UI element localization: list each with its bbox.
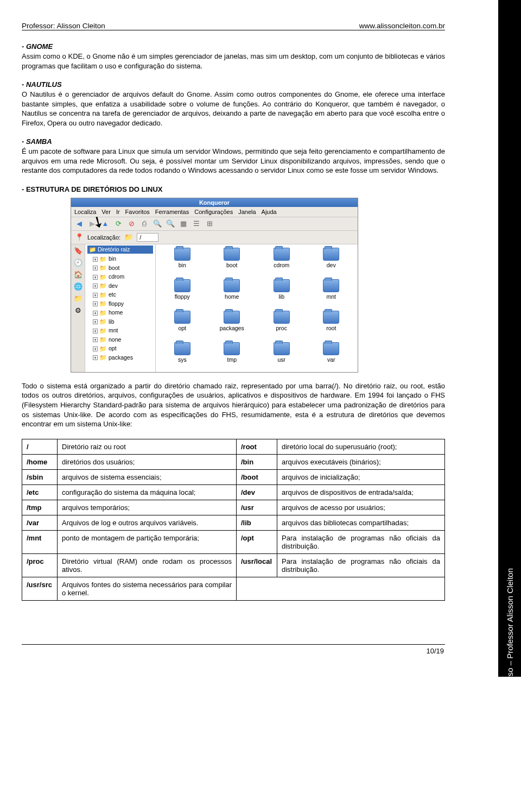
folder-icon	[274, 311, 290, 324]
menu-item[interactable]: Ajuda	[262, 209, 277, 215]
table-cell: /var	[22, 515, 58, 530]
table-cell: /sbin	[22, 469, 58, 484]
table-cell: /mnt	[22, 530, 58, 553]
folder-item[interactable]: dev	[307, 248, 356, 278]
table-cell: ponto de montagem de partição temporária…	[58, 530, 237, 553]
tree-item[interactable]: +📁etc	[87, 291, 153, 300]
tree-item[interactable]: +📁packages	[87, 353, 153, 362]
konqueror-locationbar: 📍 Localização: 📁 /	[71, 231, 358, 244]
location-label: Localização:	[87, 234, 120, 241]
table-cell: arquivos de inicialização;	[277, 469, 445, 484]
table-row: /sbinarquivos de sistema essenciais;/boo…	[22, 469, 445, 484]
location-icon: 📍	[74, 232, 84, 242]
konqueror-toolbar: ➘ ◀ ▶ ▲ ⟳ ⊘ ⎙ 🔍 🔍 ▦ ☰ ⊞	[71, 217, 358, 231]
table-cell: Para instalação de programas não oficiai…	[277, 530, 445, 553]
page-header: Professor: Alisson Cleiton www.alissoncl…	[22, 22, 445, 30]
folder-icon	[323, 248, 339, 261]
folder-item[interactable]: boot	[208, 248, 257, 278]
table-row: /tmparquivos temporários;/usrarquivos de…	[22, 500, 445, 515]
page-number: 10/19	[426, 647, 444, 655]
tree-item[interactable]: +📁opt	[87, 344, 153, 354]
view-list-icon[interactable]: ☰	[192, 219, 201, 229]
folder-item[interactable]: tmp	[208, 342, 257, 373]
konqueror-menubar: Localiza Ver Ir Favoritos Ferramentas Co…	[71, 207, 358, 217]
table-cell: arquivos executáveis (binários);	[277, 454, 445, 469]
root-folder-icon[interactable]: 📁	[73, 294, 83, 304]
network-icon[interactable]: 🌐	[73, 282, 83, 292]
folder-icon	[224, 248, 240, 261]
folder-icon	[174, 311, 190, 324]
folder-item[interactable]: proc	[257, 311, 306, 341]
konqueror-tree: 📁 Diretório raiz +📁bin +📁boot +📁cdrom +📁…	[85, 244, 156, 372]
table-cell: /opt	[237, 530, 277, 553]
menu-item[interactable]: Ferramentas	[155, 209, 189, 215]
folder-item[interactable]: sys	[158, 342, 207, 373]
tree-item[interactable]: +📁floppy	[87, 299, 153, 309]
samba-text: É um pacote de software para Linux que s…	[22, 147, 445, 175]
menu-item[interactable]: Ir	[116, 209, 120, 215]
zoom-in-icon[interactable]: 🔍	[153, 219, 162, 229]
stop-icon[interactable]: ⊘	[126, 219, 136, 229]
folder-item[interactable]: bin	[158, 248, 207, 278]
table-row: /varArquivos de log e outros arquivos va…	[22, 515, 445, 530]
menu-item[interactable]: Localiza	[74, 209, 96, 215]
bookmark-icon[interactable]: 🔖	[73, 247, 83, 256]
clock-icon[interactable]: 🕘	[73, 259, 83, 268]
tree-item[interactable]: +📁none	[87, 335, 153, 344]
reload-icon[interactable]: ⟳	[113, 219, 123, 229]
nautilus-title: - NAUTILUS	[22, 80, 445, 89]
home-icon[interactable]: 🏠	[73, 270, 83, 280]
table-row: /procDiretório virtual (RAM) onde rodam …	[22, 553, 445, 577]
folder-item[interactable]: home	[208, 279, 257, 310]
table-cell: Diretório virtual (RAM) onde rodam os pr…	[58, 553, 237, 577]
table-cell: /home	[22, 454, 58, 469]
view-icons-icon[interactable]: ▦	[179, 219, 188, 229]
table-cell: arquivos de sistema essenciais;	[58, 469, 237, 484]
nautilus-text: O Nautilus é o gerenciador de arquivos d…	[22, 90, 445, 128]
folder-icon	[174, 248, 190, 261]
services-icon[interactable]: ⚙	[73, 306, 83, 316]
zoom-out-icon[interactable]: 🔍	[166, 219, 175, 229]
folder-icon	[174, 342, 190, 355]
tree-item[interactable]: +📁cdrom	[87, 273, 153, 282]
page-footer: 10/19	[22, 644, 445, 655]
menu-item[interactable]: Favoritos	[125, 209, 150, 215]
menu-item[interactable]: Configurações	[194, 209, 233, 215]
location-input[interactable]: /	[137, 233, 158, 242]
tree-item[interactable]: +📁lib	[87, 317, 153, 326]
side-strip: Informática para o concurso – Professor …	[498, 0, 521, 677]
tree-item[interactable]: +📁home	[87, 309, 153, 318]
print-icon[interactable]: ⎙	[139, 219, 149, 229]
back-icon[interactable]: ◀	[74, 219, 84, 229]
tree-root[interactable]: 📁 Diretório raiz	[87, 246, 153, 254]
view-tree-icon[interactable]: ⊞	[205, 219, 214, 229]
table-cell: /usr/local	[237, 553, 277, 577]
folder-item[interactable]: usr	[257, 342, 306, 373]
konqueror-titlebar: Konqueror	[71, 198, 358, 207]
folder-item[interactable]: packages	[208, 311, 257, 341]
tree-item[interactable]: +📁bin	[87, 255, 153, 264]
tree-item[interactable]: +📁dev	[87, 281, 153, 291]
header-right: www.alissoncleiton.com.br	[359, 22, 445, 30]
folder-icon	[224, 279, 240, 292]
folder-item[interactable]: var	[307, 342, 356, 373]
table-cell: arquivos de acesso por usuários;	[277, 500, 445, 515]
konqueror-iconview: bin boot cdrom dev floppy home lib mnt o…	[156, 244, 358, 372]
folder-item[interactable]: floppy	[158, 279, 207, 310]
table-cell: /lib	[237, 515, 277, 530]
directories-table: /Diretório raiz ou root/rootdiretório lo…	[22, 439, 445, 601]
table-cell: /root	[237, 439, 277, 454]
table-cell	[237, 577, 445, 600]
fhs-paragraph: Todo o sistema está organizado a partir …	[22, 381, 445, 429]
tree-item[interactable]: +📁boot	[87, 263, 153, 273]
table-row: /usr/srcArquivos fontes do sistema neces…	[22, 577, 445, 600]
folder-item[interactable]: opt	[158, 311, 207, 341]
folder-item[interactable]: mnt	[307, 279, 356, 310]
folder-icon	[274, 342, 290, 355]
menu-item[interactable]: Janela	[238, 209, 256, 215]
folder-item[interactable]: cdrom	[257, 248, 306, 278]
folder-item[interactable]: lib	[257, 279, 306, 310]
table-row: /Diretório raiz ou root/rootdiretório lo…	[22, 439, 445, 454]
tree-item[interactable]: +📁mnt	[87, 326, 153, 336]
folder-item[interactable]: root	[307, 311, 356, 341]
